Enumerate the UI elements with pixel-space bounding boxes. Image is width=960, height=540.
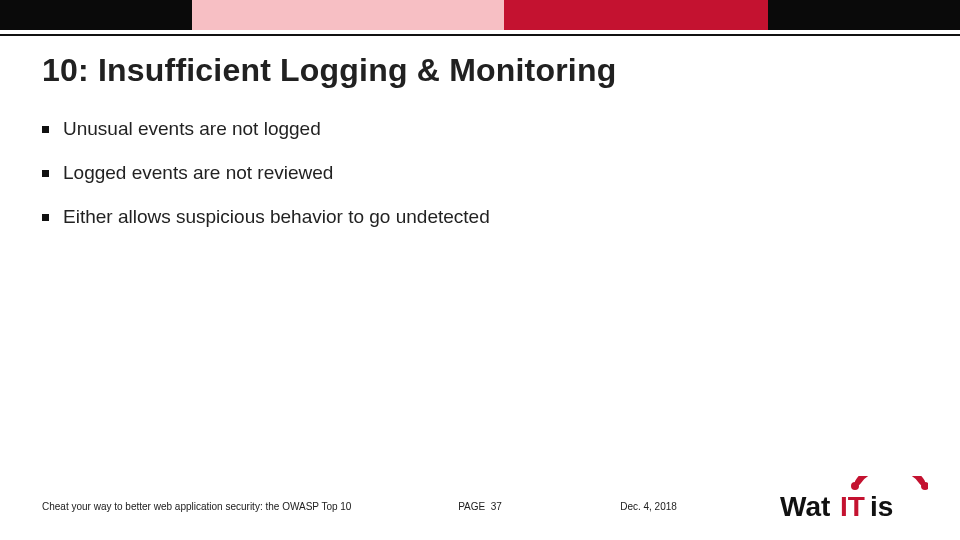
footer-page-label: PAGE xyxy=(458,501,485,512)
top-accent-bar xyxy=(0,0,960,30)
title-rule xyxy=(0,30,960,36)
accent-segment-red xyxy=(504,0,768,30)
bullet-icon xyxy=(42,170,49,177)
accent-segment-pink xyxy=(192,0,504,30)
bullet-list: Unusual events are not logged Logged eve… xyxy=(42,118,902,250)
list-item-text: Either allows suspicious behavior to go … xyxy=(63,206,490,228)
bullet-icon xyxy=(42,214,49,221)
list-item: Logged events are not reviewed xyxy=(42,162,902,184)
footer-page-number: 37 xyxy=(491,501,502,512)
logo-text-is: is xyxy=(870,491,893,522)
logo-text-it: IT xyxy=(840,491,865,522)
accent-segment-black xyxy=(0,0,192,30)
bullet-icon xyxy=(42,126,49,133)
watitis-logo: Wat IT is xyxy=(780,476,928,526)
footer-page: PAGE 37 xyxy=(458,501,502,512)
list-item-text: Unusual events are not logged xyxy=(63,118,321,140)
footer-title: Cheat your way to better web application… xyxy=(42,501,351,512)
accent-segment-black2 xyxy=(768,0,960,30)
list-item: Either allows suspicious behavior to go … xyxy=(42,206,902,228)
slide-title: 10: Insufficient Logging & Monitoring xyxy=(42,52,616,89)
list-item-text: Logged events are not reviewed xyxy=(63,162,333,184)
list-item: Unusual events are not logged xyxy=(42,118,902,140)
footer-date: Dec. 4, 2018 xyxy=(620,501,677,512)
logo-text-wat: Wat xyxy=(780,491,830,522)
svg-point-0 xyxy=(851,482,859,490)
